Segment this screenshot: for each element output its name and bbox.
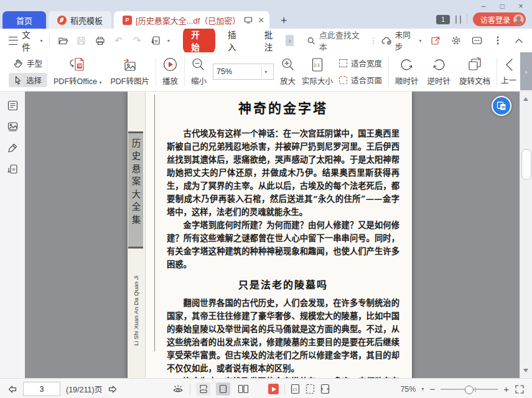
zoom-group: 缩小 75% ▾ 放大 1:1 实际大小 适合宽度 xyxy=(185,56,388,87)
close-button[interactable]: × xyxy=(515,1,527,11)
zoom-percentage-label[interactable]: 75% xyxy=(400,385,416,394)
view-mode-single-page-button[interactable] xyxy=(216,382,230,396)
fullscreen-icon[interactable] xyxy=(515,384,525,394)
maximize-button[interactable]: □ xyxy=(496,1,508,11)
rotate-document-icon xyxy=(467,57,483,72)
tab-close-icon[interactable]: ✕ xyxy=(258,16,264,25)
ribbon-tab-annotate[interactable]: 批注 xyxy=(256,26,284,55)
find-text-button[interactable]: 点此查找文本 ⋮ xyxy=(307,29,377,52)
ribbon-tab-insert[interactable]: 插入 xyxy=(220,26,252,55)
fit-page-button[interactable]: 适合页面 xyxy=(339,73,382,87)
ribbon-expand-button[interactable]: › xyxy=(520,52,532,90)
view-mode-facing-pages-button[interactable] xyxy=(236,382,250,396)
zoom-slider-tick xyxy=(475,387,476,392)
hamburger-icon[interactable] xyxy=(9,37,17,45)
pdf-to-word-panel-icon[interactable]: w xyxy=(7,164,18,174)
outline-panel-icon[interactable] xyxy=(7,100,18,111)
zoom-out-minus-button[interactable]: − xyxy=(429,384,435,394)
previous-view-button[interactable]: 上一 xyxy=(501,58,516,86)
book-spine-title-block: 历史悬案大全集 xyxy=(128,131,143,249)
scrollbar-thumb[interactable] xyxy=(521,149,531,180)
redo-button[interactable]: ↷ xyxy=(130,33,144,48)
divider xyxy=(49,35,50,46)
fit-group: 适合宽度 适合页面 xyxy=(339,56,382,87)
fit-page-status-button[interactable] xyxy=(306,384,315,394)
share-icon[interactable] xyxy=(428,33,442,48)
window-list-icon[interactable] xyxy=(455,16,461,24)
print-button[interactable] xyxy=(93,33,107,48)
svg-text:1:1: 1:1 xyxy=(314,63,320,67)
tab-docer-templates[interactable]: 稻壳模板 xyxy=(49,11,111,29)
tab-document[interactable]: P [历史悬案大全...df（已加密） ✕ xyxy=(114,11,269,29)
avatar xyxy=(513,14,524,25)
zoom-in-label: 放大 xyxy=(280,75,296,87)
monitor-icon[interactable] xyxy=(244,16,253,24)
zoom-out-button[interactable]: 缩小 xyxy=(191,57,207,87)
rotate-document-button[interactable]: 旋转文档 xyxy=(459,57,490,87)
wps-pdf-window: 首页 稻壳模板 P [历史悬案大全...df（已加密） ✕ + 1 访客登录 xyxy=(0,0,532,398)
annotation-pen-icon[interactable] xyxy=(7,143,18,153)
fit-width-status-button[interactable] xyxy=(320,384,330,394)
minimize-button[interactable]: – xyxy=(477,1,490,11)
scroll-down-arrow[interactable] xyxy=(523,369,528,372)
pdf-to-office-button[interactable]: W PDF转Office ▾ xyxy=(54,57,101,87)
actual-size-status-button[interactable]: 1:1 xyxy=(291,384,300,394)
more-menu-icon[interactable] xyxy=(491,33,505,48)
pdf-export-icon[interactable]: w xyxy=(149,33,163,48)
vertical-scrollbar[interactable] xyxy=(520,92,532,378)
zoom-slider[interactable] xyxy=(441,385,498,394)
sync-status[interactable]: 未同步 ▾ xyxy=(381,29,421,52)
article-title: 神奇的金字塔 xyxy=(167,98,399,116)
window-count-badge[interactable]: 1 xyxy=(436,15,450,24)
save-button[interactable] xyxy=(74,33,88,48)
tab-home[interactable]: 首页 xyxy=(2,11,46,29)
svg-text:w: w xyxy=(154,39,158,43)
convert-float-icon: W xyxy=(497,101,506,111)
open-file-button[interactable] xyxy=(56,33,70,48)
chevron-down-icon[interactable]: ▾ xyxy=(421,386,424,392)
select-tool-button[interactable]: 选择 xyxy=(9,73,47,87)
document-canvas[interactable]: 历史悬案大全集 Li Shi Xuan An Da Quan Ji 神奇的金字塔… xyxy=(25,92,520,378)
fit-width-button[interactable]: 适合宽度 xyxy=(339,56,382,70)
rotate-counterclockwise-button[interactable]: 逆时针 xyxy=(427,57,451,87)
pdf-to-image-button[interactable]: PDF转图片 xyxy=(110,57,149,87)
rotate-clockwise-button[interactable]: 顺时针 xyxy=(395,57,419,87)
new-tab-button[interactable]: + xyxy=(276,12,292,29)
pdf-convert-float-button[interactable]: W xyxy=(492,96,511,116)
hand-tool-button[interactable]: 手型 xyxy=(9,56,47,70)
zoom-in-plus-button[interactable]: + xyxy=(503,384,509,394)
guest-login-button[interactable]: 访客登录 xyxy=(473,12,526,26)
scroll-up-arrow[interactable] xyxy=(523,97,528,101)
page-number-input[interactable] xyxy=(23,382,60,396)
collapse-ribbon-icon[interactable] xyxy=(511,33,526,48)
undo-button[interactable]: ↶ xyxy=(111,33,126,48)
tab-strip: 首页 稻壳模板 P [历史悬案大全...df（已加密） ✕ + xyxy=(2,11,292,29)
settings-gear-icon[interactable] xyxy=(449,33,464,48)
play-button[interactable]: 播放 xyxy=(162,57,178,87)
menubar: 文件 ▾ ↶ ↷ w ▾ 开始 插入 批注 › 点此查找文本 ⋮ xyxy=(0,29,532,52)
one-to-one-icon: 1:1 xyxy=(311,57,324,72)
zoom-slider-handle[interactable] xyxy=(465,386,474,394)
next-page-button[interactable] xyxy=(108,384,118,394)
play-label: 播放 xyxy=(162,75,178,87)
divider xyxy=(284,384,285,394)
feedback-comment-icon[interactable] xyxy=(470,33,484,48)
thumbnail-panel-icon[interactable] xyxy=(7,121,18,132)
actual-size-button[interactable]: 1:1 实际大小 xyxy=(302,57,333,87)
ribbon-tab-start[interactable]: 开始 xyxy=(183,26,215,55)
convert-group: W PDF转Office ▾ PDF转图片 xyxy=(47,57,156,87)
pointer-tools-group: 手型 选择 xyxy=(9,56,47,87)
view-mode-scroll-button[interactable] xyxy=(196,382,210,396)
slideshow-play-button[interactable] xyxy=(268,384,279,394)
pdf-to-office-icon: W xyxy=(70,57,86,72)
chevron-down-icon[interactable]: ▾ xyxy=(167,38,170,44)
guest-login-label: 访客登录 xyxy=(480,14,510,25)
annotate-expand-icon[interactable]: › xyxy=(286,35,293,46)
fit-page-label: 适合页面 xyxy=(351,74,382,86)
cursor-arrow-icon xyxy=(13,75,22,85)
file-menu[interactable]: 文件 ▾ xyxy=(22,28,42,53)
previous-page-button[interactable] xyxy=(7,384,17,394)
zoom-level-combobox[interactable]: 75% ▾ xyxy=(213,64,274,80)
zoom-in-button[interactable]: 放大 xyxy=(280,57,296,87)
eye-protect-icon[interactable] xyxy=(172,384,184,394)
